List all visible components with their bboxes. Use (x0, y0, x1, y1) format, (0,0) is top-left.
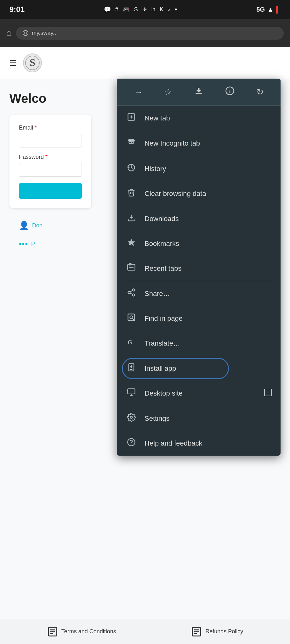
downloads-label: Downloads (145, 215, 179, 223)
recent-tabs-label: Recent tabs (145, 264, 181, 273)
incognito-icon (126, 137, 137, 149)
telegram-icon: ✈ (142, 6, 147, 13)
share-svg (127, 288, 136, 297)
svg-line-22 (130, 293, 133, 295)
skype-icon: S (134, 6, 138, 13)
refunds-link[interactable]: Refunds Policy (191, 626, 243, 637)
new-tab-label: New tab (145, 114, 170, 122)
history-item[interactable]: History (117, 156, 281, 181)
page-header: ☰ S (0, 47, 290, 79)
home-icon[interactable]: ⌂ (6, 28, 12, 38)
checkbox-empty (264, 389, 272, 396)
svg-rect-32 (128, 389, 135, 394)
signal-icon: ▲ (267, 6, 274, 13)
recent-tabs-svg (127, 263, 136, 272)
email-input[interactable] (19, 134, 82, 147)
svg-point-35 (130, 416, 133, 419)
hamburger-icon[interactable]: ☰ (9, 58, 17, 68)
svg-rect-3 (196, 93, 202, 94)
history-svg (127, 163, 136, 172)
terms-icon (47, 626, 58, 637)
translate-svg: G T (127, 338, 136, 347)
network-label: 5G (256, 6, 265, 13)
install-app-item[interactable]: Install app (117, 356, 281, 381)
clear-browsing-label: Clear browsing data (145, 190, 206, 198)
download-button[interactable] (192, 84, 205, 100)
dots-icon: ••• (19, 240, 28, 248)
find-in-page-item[interactable]: Find in page (117, 306, 281, 331)
desktop-site-label: Desktop site (145, 389, 183, 397)
new-incognito-label: New Incognito tab (145, 139, 200, 147)
svg-text:T: T (131, 341, 134, 347)
downloads-item[interactable]: Downloads (117, 206, 281, 231)
history-label: History (145, 165, 166, 173)
settings-label: Settings (145, 414, 170, 423)
klarna-icon: K (160, 7, 163, 12)
settings-item[interactable]: Settings (117, 406, 281, 431)
forward-button[interactable]: → (132, 85, 145, 99)
person-icon: 👤 (19, 221, 29, 230)
install-app-label: Install app (145, 364, 176, 373)
dot-indicator: • (175, 5, 177, 14)
settings-icon (126, 413, 137, 424)
context-menu: → ☆ ↻ (117, 79, 281, 456)
share-label: Share… (145, 290, 170, 298)
gamepad-icon: 🎮 (123, 6, 130, 13)
password-input[interactable] (19, 163, 82, 177)
download-icon (194, 86, 203, 96)
downloads-icon (126, 213, 137, 224)
notification-icons: 💬 # 🎮 S ✈ in K ♪ • (104, 5, 177, 14)
translate-item[interactable]: G T Translate… (117, 331, 281, 356)
messenger-icon: 💬 (104, 6, 111, 13)
recent-tabs-item[interactable]: Recent tabs (117, 256, 281, 281)
help-label: Help and feedback (145, 439, 202, 447)
translate-icon: G T (126, 338, 137, 349)
share-item[interactable]: Share… (117, 281, 281, 306)
settings-svg (127, 413, 136, 422)
new-tab-icon (126, 113, 137, 124)
find-in-page-label: Find in page (145, 314, 183, 323)
clear-browsing-data-item[interactable]: Clear browsing data (117, 181, 281, 206)
history-icon (126, 163, 137, 174)
browser-chrome: ⌂ my.sway... (0, 19, 290, 47)
terms-link[interactable]: Terms and Conditions (47, 626, 116, 637)
logo-svg: S (25, 55, 40, 70)
dont-have-account-link[interactable]: 👤 Don (19, 221, 43, 230)
trash-icon (126, 188, 137, 199)
slack-icon: # (115, 6, 118, 13)
find-icon (126, 313, 137, 324)
refunds-label: Refunds Policy (205, 628, 243, 635)
new-incognito-tab-item[interactable]: New Incognito tab (117, 130, 281, 156)
info-icon (225, 86, 235, 96)
address-bar-icon (22, 30, 29, 36)
info-button[interactable] (223, 84, 236, 100)
svg-text:S: S (30, 57, 36, 68)
help-item[interactable]: Help and feedback (117, 431, 281, 456)
bookmarks-svg (127, 238, 136, 247)
bookmarks-item[interactable]: Bookmarks (117, 231, 281, 256)
svg-line-26 (133, 319, 134, 320)
bookmark-button[interactable]: ☆ (162, 85, 174, 99)
downloads-svg (127, 213, 136, 222)
desktop-site-item[interactable]: Desktop site (117, 381, 281, 406)
desktop-site-checkbox[interactable] (264, 389, 272, 398)
page-background: ☰ S Welco Email * Password * (0, 47, 290, 644)
help-icon (126, 438, 137, 449)
address-text: my.sway... (32, 30, 58, 36)
login-form: Email * Password * (9, 115, 91, 208)
reload-button[interactable]: ↻ (254, 85, 265, 99)
recent-tabs-icon (126, 263, 137, 274)
address-bar[interactable]: my.sway... (16, 27, 284, 40)
terms-label: Terms and Conditions (61, 628, 116, 635)
password-label: Password * (19, 154, 82, 160)
new-tab-item[interactable]: New tab (117, 106, 281, 130)
refunds-icon (191, 626, 202, 637)
password-required: * (45, 154, 48, 160)
status-bar: 9:01 💬 # 🎮 S ✈ in K ♪ • 5G ▲ ▌ (0, 0, 290, 19)
help-svg (127, 438, 136, 447)
translate-label: Translate… (145, 339, 180, 347)
system-icons: 5G ▲ ▌ (256, 6, 281, 13)
brand-logo: S (23, 53, 42, 72)
submit-button[interactable] (19, 183, 82, 199)
tiktok-icon: ♪ (168, 6, 170, 13)
